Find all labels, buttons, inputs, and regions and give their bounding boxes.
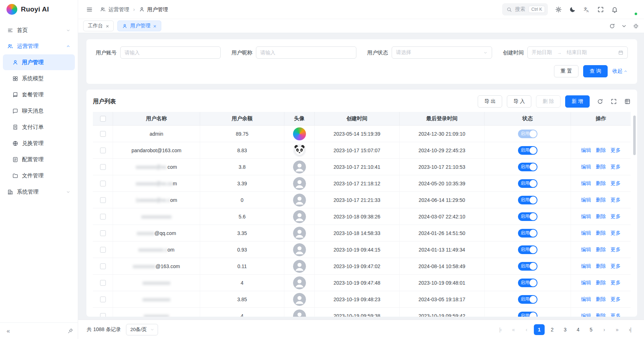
created-date-range[interactable]: 开始日期 → 结束日期	[527, 46, 628, 59]
settings-icon[interactable]	[555, 6, 562, 13]
row-checkbox[interactable]	[100, 263, 106, 269]
edit-link[interactable]: 编辑	[581, 280, 591, 286]
jump-back-button[interactable]: «	[508, 324, 519, 335]
more-link[interactable]: 更多	[611, 147, 621, 154]
edit-link[interactable]: 编辑	[581, 164, 591, 170]
more-link[interactable]: 更多	[611, 313, 621, 317]
delete-link[interactable]: 删除	[596, 313, 606, 317]
sidebar-item-system-model[interactable]: 系统模型	[3, 71, 75, 86]
row-checkbox[interactable]	[100, 164, 106, 170]
row-checkbox[interactable]	[100, 148, 106, 153]
last-page-button[interactable]: ›|	[625, 324, 635, 335]
row-checkbox[interactable]	[100, 280, 106, 286]
status-toggle[interactable]: 启用	[518, 179, 537, 188]
status-toggle[interactable]: 启用	[518, 279, 537, 287]
delete-link[interactable]: 删除	[596, 197, 606, 203]
fullscreen-icon[interactable]	[611, 98, 617, 105]
search-button[interactable]: 查 询	[583, 65, 608, 77]
edit-link[interactable]: 编辑	[581, 213, 591, 220]
row-checkbox[interactable]	[100, 230, 106, 236]
delete-button[interactable]: 删 除	[536, 95, 560, 108]
row-checkbox[interactable]	[100, 181, 106, 186]
reset-button[interactable]: 重 置	[554, 65, 578, 77]
status-toggle[interactable]: 启用	[518, 229, 537, 238]
jump-forward-button[interactable]: »	[612, 324, 622, 335]
more-link[interactable]: 更多	[611, 263, 621, 270]
user-avatar[interactable]	[625, 3, 638, 15]
more-link[interactable]: 更多	[611, 164, 621, 170]
more-link[interactable]: 更多	[611, 247, 621, 253]
sidebar-collapse-button[interactable]: «	[4, 326, 13, 336]
delete-link[interactable]: 删除	[596, 263, 606, 270]
row-checkbox[interactable]	[100, 297, 106, 302]
sidebar-item-user-management[interactable]: 用户管理	[3, 54, 75, 70]
dark-mode-moon-icon[interactable]	[569, 6, 576, 13]
page-button-1[interactable]: 1	[534, 324, 545, 335]
more-link[interactable]: 更多	[611, 230, 621, 236]
more-link[interactable]: 更多	[611, 296, 621, 303]
sidebar-item-home[interactable]: 首页	[3, 22, 75, 38]
collapse-filter-link[interactable]: 收起	[612, 68, 628, 74]
tab-workbench[interactable]: 工作台 ×	[83, 21, 114, 31]
fullscreen-icon[interactable]	[597, 6, 604, 13]
edit-link[interactable]: 编辑	[581, 263, 591, 270]
delete-link[interactable]: 删除	[596, 180, 606, 187]
import-button[interactable]: 导 入	[507, 95, 531, 108]
edit-link[interactable]: 编辑	[581, 247, 591, 253]
delete-link[interactable]: 删除	[596, 147, 606, 154]
status-toggle[interactable]: 启用	[518, 245, 537, 254]
column-settings-icon[interactable]	[624, 98, 631, 105]
row-checkbox[interactable]	[100, 247, 106, 253]
row-checkbox[interactable]	[100, 131, 106, 137]
next-page-button[interactable]: ›	[599, 324, 609, 335]
row-checkbox[interactable]	[100, 313, 106, 317]
edit-link[interactable]: 编辑	[581, 313, 591, 317]
status-select[interactable]: 请选择	[392, 46, 492, 59]
first-page-button[interactable]: |‹	[495, 324, 506, 335]
delete-link[interactable]: 删除	[596, 230, 606, 236]
tab-user-management[interactable]: 用户管理 ×	[117, 21, 161, 31]
delete-link[interactable]: 删除	[596, 296, 606, 303]
refresh-icon[interactable]	[609, 23, 615, 29]
menu-toggle-icon[interactable]	[86, 6, 93, 13]
close-icon[interactable]: ×	[153, 23, 157, 29]
breadcrumb-item-user-management[interactable]: 用户管理	[139, 6, 168, 13]
page-button-5[interactable]: 5	[586, 324, 596, 335]
delete-link[interactable]: 删除	[596, 247, 606, 253]
breadcrumb-item-operations[interactable]: 运营管理	[100, 6, 129, 13]
edit-link[interactable]: 编辑	[581, 180, 591, 187]
status-toggle[interactable]: 启用	[518, 212, 537, 221]
add-button[interactable]: 新 增	[565, 95, 590, 108]
delete-link[interactable]: 删除	[596, 280, 606, 286]
more-link[interactable]: 更多	[611, 197, 621, 203]
page-button-3[interactable]: 3	[560, 324, 571, 335]
layout-compress-icon[interactable]	[633, 23, 639, 29]
export-button[interactable]: 导 出	[478, 95, 502, 108]
select-all-checkbox[interactable]	[100, 116, 106, 122]
chevron-down-icon[interactable]	[621, 23, 627, 29]
edit-link[interactable]: 编辑	[581, 296, 591, 303]
status-toggle[interactable]: 启用	[518, 295, 537, 304]
more-link[interactable]: 更多	[611, 213, 621, 220]
delete-link[interactable]: 删除	[596, 213, 606, 220]
page-size-select[interactable]: 20条/页	[126, 324, 158, 335]
nickname-input[interactable]	[260, 50, 352, 55]
more-link[interactable]: 更多	[611, 180, 621, 187]
status-toggle[interactable]: 启用	[518, 163, 537, 171]
edit-link[interactable]: 编辑	[581, 230, 591, 236]
sidebar-item-config-management[interactable]: 配置管理	[3, 152, 75, 167]
sidebar-item-system[interactable]: 系统管理	[3, 184, 75, 200]
sidebar-item-exchange-management[interactable]: 兑换管理	[3, 135, 75, 151]
prev-page-button[interactable]: ‹	[521, 324, 532, 335]
pin-icon[interactable]	[67, 328, 73, 334]
refresh-icon[interactable]	[597, 98, 603, 105]
page-button-4[interactable]: 4	[573, 324, 584, 335]
close-icon[interactable]: ×	[106, 23, 109, 29]
row-checkbox[interactable]	[100, 214, 106, 220]
sidebar-item-file-management[interactable]: 文件管理	[3, 168, 75, 184]
status-toggle[interactable]: 启用	[518, 146, 537, 155]
status-toggle[interactable]: 启用	[518, 312, 537, 317]
sidebar-item-package-management[interactable]: 套餐管理	[3, 87, 75, 103]
translate-icon[interactable]: 文A	[583, 6, 590, 13]
page-button-2[interactable]: 2	[547, 324, 558, 335]
